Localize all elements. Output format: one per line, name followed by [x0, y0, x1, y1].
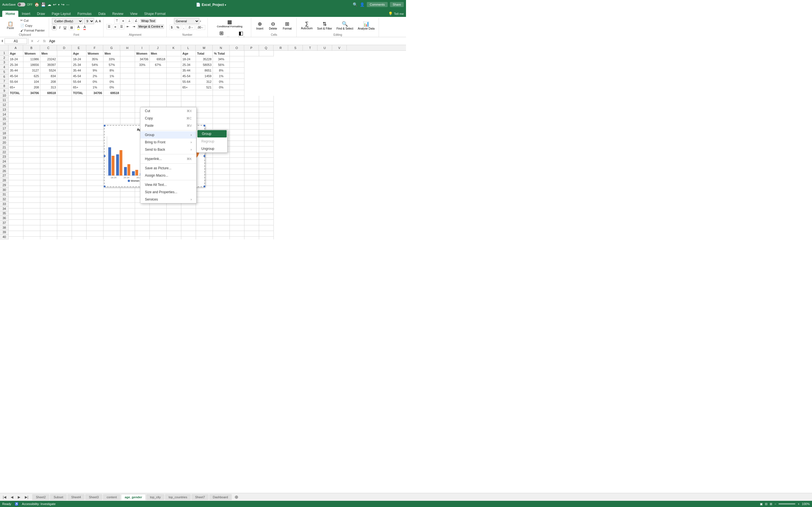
number-format-select[interactable]: General: [174, 18, 199, 24]
table-cell[interactable]: [103, 191, 120, 197]
table-cell[interactable]: [72, 158, 87, 163]
cell-C3[interactable]: 39397: [40, 62, 57, 68]
col-header-K[interactable]: K: [166, 45, 181, 50]
table-cell[interactable]: [259, 124, 274, 129]
row-header-37[interactable]: 37: [0, 221, 8, 225]
name-box[interactable]: [4, 38, 27, 44]
table-cell[interactable]: [213, 209, 230, 214]
table-cell[interactable]: [213, 180, 230, 186]
table-cell[interactable]: [213, 113, 230, 118]
cell-J5[interactable]: [150, 73, 167, 79]
table-cell[interactable]: [230, 237, 245, 239]
cell-C5[interactable]: 834: [40, 73, 57, 79]
table-cell[interactable]: [181, 225, 196, 231]
table-cell[interactable]: [150, 203, 167, 209]
table-cell[interactable]: [72, 175, 87, 180]
table-cell[interactable]: [259, 186, 274, 191]
cell-D7[interactable]: [57, 84, 72, 90]
row-header-34[interactable]: 34: [0, 207, 8, 211]
table-cell[interactable]: [245, 96, 259, 101]
table-cell[interactable]: [150, 96, 167, 101]
cancel-formula-btn[interactable]: ✕: [30, 39, 35, 43]
table-cell[interactable]: [57, 220, 72, 225]
table-cell[interactable]: [245, 101, 259, 107]
cell-D2[interactable]: [57, 56, 72, 62]
table-cell[interactable]: [9, 107, 23, 113]
table-cell[interactable]: [57, 101, 72, 107]
cell-M2[interactable]: 35228: [196, 56, 213, 62]
cell-N3[interactable]: 56%: [213, 62, 230, 68]
table-cell[interactable]: [259, 129, 274, 135]
cell-C4[interactable]: 5524: [40, 68, 57, 73]
col-header-A[interactable]: A: [8, 45, 23, 50]
font-name-select[interactable]: Calibri (Body): [52, 18, 83, 24]
cell-A1[interactable]: Age: [9, 51, 23, 56]
table-cell[interactable]: [9, 135, 23, 141]
wrap-text-btn[interactable]: Wrap Text: [140, 18, 156, 23]
cell-O6[interactable]: [230, 79, 245, 84]
table-cell[interactable]: [259, 113, 274, 118]
table-cell[interactable]: [213, 152, 230, 158]
table-cell[interactable]: [120, 107, 135, 113]
table-cell[interactable]: [245, 175, 259, 180]
row-header-26[interactable]: 26: [0, 169, 8, 173]
table-cell[interactable]: [167, 231, 181, 237]
table-cell[interactable]: [57, 169, 72, 175]
table-cell[interactable]: [72, 135, 87, 141]
cell-I3[interactable]: 33%: [135, 62, 150, 68]
cell-B3[interactable]: 18656: [23, 62, 40, 68]
cell-J2[interactable]: 69518: [150, 56, 167, 62]
table-cell[interactable]: [87, 124, 103, 129]
table-cell[interactable]: [87, 158, 103, 163]
table-cell[interactable]: [135, 101, 150, 107]
table-cell[interactable]: [230, 135, 245, 141]
row-header-24[interactable]: 24: [0, 159, 8, 164]
row-header-25[interactable]: 25: [0, 164, 8, 169]
row-header-18[interactable]: 18: [0, 131, 8, 136]
fill-color-btn[interactable]: A: [76, 25, 81, 30]
table-cell[interactable]: [181, 101, 196, 107]
table-cell[interactable]: [103, 96, 120, 101]
table-cell[interactable]: [9, 225, 23, 231]
cell-N6[interactable]: 0%: [213, 79, 230, 84]
cell-E4[interactable]: 35-44: [72, 68, 87, 73]
cell-O5[interactable]: [230, 73, 245, 79]
share-btn[interactable]: Share: [390, 2, 404, 7]
align-right-btn[interactable]: ☰: [119, 24, 124, 29]
table-cell[interactable]: [230, 180, 245, 186]
row-header-14[interactable]: 14: [0, 112, 8, 117]
cell-N5[interactable]: 1%: [213, 73, 230, 79]
ctx-assign-macro[interactable]: Assign Macro...: [140, 172, 196, 179]
table-cell[interactable]: [245, 152, 259, 158]
table-cell[interactable]: [57, 209, 72, 214]
table-cell[interactable]: [120, 231, 135, 237]
cell-K5[interactable]: [167, 73, 181, 79]
table-cell[interactable]: [181, 237, 196, 239]
row-header-1[interactable]: 1: [0, 51, 8, 55]
table-cell[interactable]: [9, 180, 23, 186]
table-cell[interactable]: [103, 231, 120, 237]
table-cell[interactable]: [87, 118, 103, 124]
ctx-send-to-back[interactable]: Send to Back ›: [140, 146, 196, 153]
table-cell[interactable]: [72, 118, 87, 124]
resize-handle-ml[interactable]: [104, 155, 105, 157]
table-cell[interactable]: [72, 231, 87, 237]
cell-N7[interactable]: 0%: [213, 84, 230, 90]
col-header-N[interactable]: N: [213, 45, 230, 50]
align-bottom-btn[interactable]: ⊥: [126, 18, 132, 23]
table-cell[interactable]: [259, 118, 274, 124]
col-header-J[interactable]: J: [149, 45, 166, 50]
cell-M8[interactable]: [196, 90, 213, 96]
cell-B6[interactable]: 104: [23, 79, 40, 84]
table-cell[interactable]: [213, 220, 230, 225]
home-icon[interactable]: 🏠: [35, 2, 39, 7]
cell-B8[interactable]: 34706: [23, 90, 40, 96]
table-cell[interactable]: [230, 163, 245, 169]
table-cell[interactable]: [259, 107, 274, 113]
delete-btn[interactable]: ⊖ Delete: [267, 20, 280, 31]
table-cell[interactable]: [40, 225, 57, 231]
table-cell[interactable]: [57, 237, 72, 239]
table-cell[interactable]: [150, 101, 167, 107]
table-cell[interactable]: [135, 231, 150, 237]
cell-O3[interactable]: [230, 62, 245, 68]
